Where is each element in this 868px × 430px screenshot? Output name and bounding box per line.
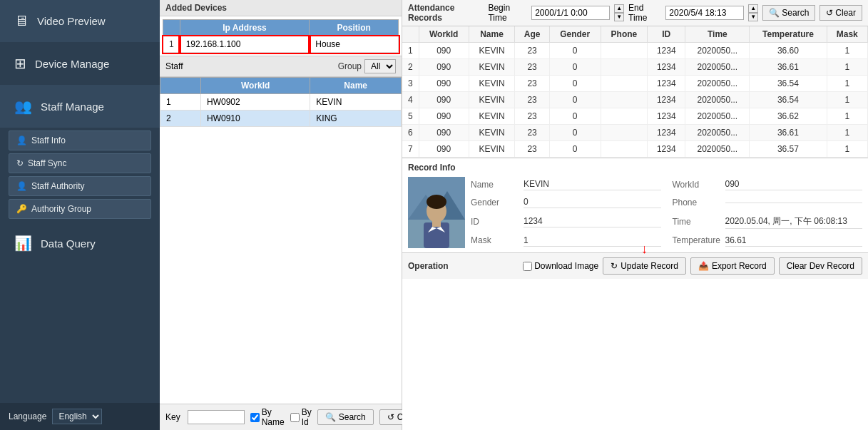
att-row-num: 6 <box>402 125 419 141</box>
workid-value: 090 <box>725 178 863 190</box>
att-row-gender: 0 <box>549 92 601 108</box>
att-row-gender: 0 <box>549 43 601 59</box>
by-name-label: By Name <box>250 407 285 427</box>
sidebar-item-video-preview[interactable]: 🖥 Video Preview <box>0 0 160 42</box>
record-info-section: Record Info <box>402 158 868 252</box>
att-row-mask: 1 <box>827 92 867 108</box>
staff-row[interactable]: 2 HW0910 KING <box>160 111 402 127</box>
clear-dev-label: Clear Dev Record <box>787 261 854 271</box>
clear-dev-record-button[interactable]: Clear Dev Record <box>779 257 862 275</box>
record-name-field: Name KEVIN <box>471 177 661 192</box>
staff-col-workid: WorkId <box>201 78 310 94</box>
att-col-age: Age <box>515 26 549 43</box>
record-phone-field: Phone <box>673 195 863 210</box>
att-row-id: 1234 <box>648 59 685 76</box>
end-time-down[interactable]: ▼ <box>748 13 758 21</box>
attendance-row[interactable]: 3 090 KEVIN 23 0 1234 2020050... 36.54 1 <box>402 76 868 92</box>
att-row-phone <box>601 76 647 92</box>
staff-search-button[interactable]: 🔍 Search <box>317 409 374 425</box>
authority-icon: 👤 <box>16 181 27 191</box>
attendance-clear-label: Clear <box>835 8 856 18</box>
sidebar-item-device-manage[interactable]: ⊞ Device Manage <box>0 42 160 85</box>
export-record-button[interactable]: 📤 Export Record <box>690 257 775 275</box>
svg-rect-7 <box>432 221 441 227</box>
gender-label: Gender <box>471 198 521 208</box>
attendance-clear-button[interactable]: ↺ Clear <box>820 5 862 21</box>
begin-time-spinner: ▲ ▼ <box>614 4 624 21</box>
record-id-field: ID 1234 <box>471 213 661 230</box>
by-id-checkbox[interactable] <box>290 413 300 422</box>
devices-row-position: House <box>310 36 399 53</box>
staff-submenu: 👤 Staff Info ↻ Staff Sync 👤 Staff Author… <box>0 128 160 222</box>
staff-table: WorkId Name 1 HW0902 KEVIN 2 <box>160 77 402 127</box>
workid-label: WorkId <box>673 180 723 190</box>
att-row-phone <box>601 108 647 125</box>
devices-row[interactable]: 1 192.168.1.100 House <box>163 36 399 53</box>
begin-time-down[interactable]: ▼ <box>614 13 624 21</box>
end-time-input[interactable] <box>665 6 744 20</box>
att-row-num: 4 <box>402 92 419 108</box>
att-row-phone <box>601 125 647 141</box>
att-row-workid: 090 <box>419 125 469 141</box>
att-row-phone <box>601 43 647 59</box>
download-image-checkbox[interactable] <box>523 262 532 271</box>
att-row-workid: 090 <box>419 141 469 158</box>
sidebar-item-staff-manage[interactable]: 👥 Staff Manage <box>0 85 160 128</box>
att-row-workid: 090 <box>419 59 469 76</box>
devices-table: Ip Address Position 1 192.168.1.100 Hous… <box>163 19 399 53</box>
begin-time-input[interactable] <box>531 6 610 20</box>
att-row-gender: 0 <box>549 76 601 92</box>
attendance-row[interactable]: 4 090 KEVIN 23 0 1234 2020050... 36.54 1 <box>402 92 868 108</box>
record-workid-field: WorkId 090 <box>673 177 863 192</box>
attendance-row[interactable]: 5 090 KEVIN 23 0 1234 2020050... 36.62 1 <box>402 108 868 125</box>
language-select[interactable]: English <box>52 409 102 424</box>
group-select[interactable]: All <box>364 59 396 73</box>
att-row-temperature: 36.54 <box>750 76 827 92</box>
key-input[interactable] <box>188 410 245 424</box>
by-name-checkbox[interactable] <box>250 413 260 422</box>
att-row-mask: 1 <box>827 125 867 141</box>
staff-col-num <box>160 78 201 94</box>
att-row-mask: 1 <box>827 141 867 158</box>
attendance-row[interactable]: 6 090 KEVIN 23 0 1234 2020050... 36.61 1 <box>402 125 868 141</box>
att-row-name: KEVIN <box>469 92 515 108</box>
authority-group-button[interactable]: 🔑 Authority Group <box>9 199 151 219</box>
download-image-text: Download Image <box>534 261 598 271</box>
att-row-gender: 0 <box>549 108 601 125</box>
staff-row[interactable]: 1 HW0902 KEVIN <box>160 94 402 111</box>
staff-controls: Key By Name By Id 🔍 Search <box>160 404 402 430</box>
att-row-workid: 090 <box>419 76 469 92</box>
staff-sync-button[interactable]: ↻ Staff Sync <box>9 153 151 173</box>
begin-time-up[interactable]: ▲ <box>614 4 624 13</box>
attendance-row[interactable]: 7 090 KEVIN 23 0 1234 2020050... 36.57 1 <box>402 141 868 158</box>
person-icon: 👤 <box>16 135 27 145</box>
update-record-button[interactable]: ↻ Update Record <box>603 257 686 275</box>
staff-authority-button[interactable]: 👤 Staff Authority <box>9 176 151 196</box>
phone-label: Phone <box>673 198 723 208</box>
att-row-id: 1234 <box>648 43 685 59</box>
staff-row-2-name: KING <box>310 111 402 127</box>
sidebar-item-data-query[interactable]: 📊 Data Query <box>0 222 160 265</box>
att-row-mask: 1 <box>827 43 867 59</box>
end-time-up[interactable]: ▲ <box>748 4 758 13</box>
attendance-search-button[interactable]: 🔍 Search <box>762 5 815 21</box>
staff-section: Staff Group All WorkId <box>160 56 402 404</box>
att-row-temperature: 36.62 <box>750 108 827 125</box>
authority-group-label: Authority Group <box>31 204 91 214</box>
key-label: Key <box>165 412 180 422</box>
name-value: KEVIN <box>524 178 661 190</box>
search-icon-att: 🔍 <box>769 8 780 18</box>
att-row-time: 2020050... <box>685 76 750 92</box>
staff-row-1-num: 1 <box>160 94 201 111</box>
staff-header: Staff Group All <box>160 56 402 77</box>
language-selector-area: Language English <box>0 403 160 430</box>
sidebar-label-data-query: Data Query <box>41 237 96 250</box>
id-value: 1234 <box>524 215 661 227</box>
temperature-value: 36.61 <box>725 235 863 247</box>
attendance-row[interactable]: 2 090 KEVIN 23 0 1234 2020050... 36.61 1 <box>402 59 868 76</box>
staff-info-button[interactable]: 👤 Staff Info <box>9 130 151 150</box>
attendance-label: Attendance Records <box>408 3 484 23</box>
chart-icon: 📊 <box>14 235 32 252</box>
export-record-label: Export Record <box>712 261 767 271</box>
attendance-row[interactable]: 1 090 KEVIN 23 0 1234 2020050... 36.60 1 <box>402 43 868 59</box>
